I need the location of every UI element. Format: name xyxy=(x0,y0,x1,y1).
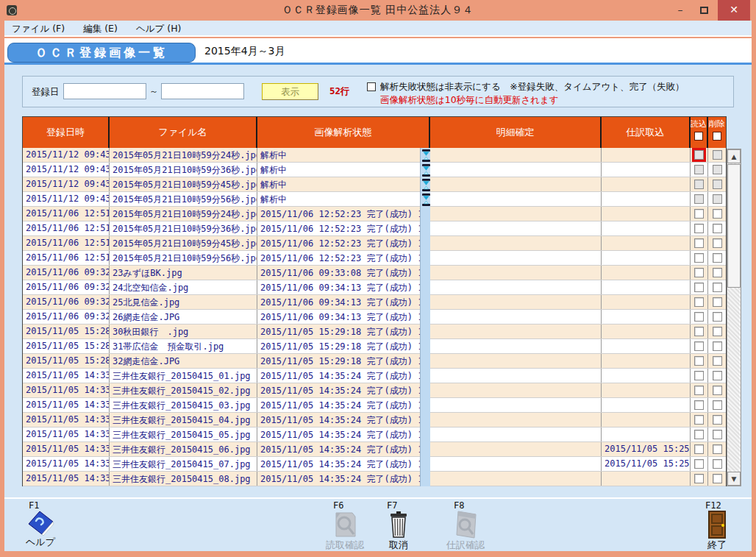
table-row[interactable]: 2015/11/05 15:28:2232網走信金.JPG2015/11/05 … xyxy=(23,354,726,369)
read-checkbox[interactable] xyxy=(694,283,704,292)
delete-checkbox[interactable] xyxy=(713,386,722,395)
read-confirm-button: F6 読取確認 xyxy=(317,500,373,549)
delete-checkbox[interactable] xyxy=(713,283,722,292)
table-row[interactable]: 2015/11/06 12:51:082015年05月21日10時59分36秒.… xyxy=(23,221,726,236)
read-checkbox[interactable] xyxy=(694,459,704,469)
delete-checkbox[interactable] xyxy=(713,474,722,483)
cell-journal-import xyxy=(602,427,691,441)
read-checkbox[interactable] xyxy=(694,209,704,219)
scroll-up-icon[interactable]: ▲ xyxy=(727,149,741,163)
cell-filename: 24北空知信金.jpg xyxy=(110,280,257,294)
table-scrollbar[interactable]: ▲ ▼ xyxy=(727,149,741,486)
minimize-button[interactable]: – xyxy=(669,0,691,21)
table-row[interactable]: 2015/11/06 09:32:5324北空知信金.jpg2015/11/06… xyxy=(23,280,726,295)
maximize-button[interactable] xyxy=(693,0,715,21)
table-row[interactable]: 2015/11/05 14:33:33三井住友銀行_20150415_02.jp… xyxy=(23,383,726,398)
cell-read-checkbox xyxy=(691,177,708,191)
read-checkbox[interactable] xyxy=(694,356,704,366)
date-to-input[interactable] xyxy=(161,83,244,99)
cell-delete-checkbox xyxy=(708,457,726,471)
cell-read-checkbox xyxy=(691,148,708,162)
read-checkbox[interactable] xyxy=(694,444,704,454)
table-row[interactable]: 2015/11/06 09:32:5323みずほBK.jpg2015/11/06… xyxy=(23,266,726,280)
help-button[interactable]: F1 ヘルプ xyxy=(13,500,68,549)
table-row[interactable]: 2015/11/05 15:28:2231帯広信金 預金取引.jpg2015/1… xyxy=(23,339,726,354)
date-from-input[interactable] xyxy=(63,83,146,99)
delete-checkbox[interactable] xyxy=(713,224,722,233)
read-checkbox[interactable] xyxy=(694,415,704,425)
cell-detail-confirm xyxy=(430,413,602,427)
delete-checkbox[interactable] xyxy=(713,209,722,219)
col-header-delete: 削除 xyxy=(708,117,726,148)
table-row[interactable]: 2015/11/12 09:43:302015年05月21日10時59分36秒.… xyxy=(23,163,726,177)
read-checkbox[interactable] xyxy=(694,224,704,233)
table-row[interactable]: 2015/11/06 12:51:082015年05月21日10時59分24秒.… xyxy=(23,207,726,221)
delete-checkbox[interactable] xyxy=(713,253,722,263)
show-button[interactable]: 表示 xyxy=(262,83,318,100)
busy-slot-empty xyxy=(421,369,431,383)
cell-analysis-status: 2015/11/06 09:33:08 完了(成功) 1件 xyxy=(257,266,430,280)
cell-journal-import xyxy=(602,266,691,280)
read-checkbox[interactable] xyxy=(694,268,704,277)
read-checkbox[interactable] xyxy=(694,312,704,322)
delete-checkbox[interactable] xyxy=(713,459,722,469)
maximize-icon xyxy=(700,7,708,14)
delete-select-all-checkbox[interactable] xyxy=(713,132,721,141)
delete-checkbox[interactable] xyxy=(713,371,722,380)
table-row[interactable]: 2015/11/05 14:33:33三井住友銀行_20150415_06.jp… xyxy=(23,442,726,457)
table-row[interactable]: 2015/11/12 09:43:302015年05月21日10時59分45秒.… xyxy=(23,177,726,192)
delete-checkbox[interactable] xyxy=(713,400,722,410)
read-select-all-checkbox[interactable] xyxy=(694,132,703,141)
table-row[interactable]: 2015/11/05 14:33:33三井住友銀行_20150415_05.jp… xyxy=(23,427,726,442)
delete-checkbox[interactable] xyxy=(713,415,722,425)
read-checkbox[interactable] xyxy=(694,386,704,395)
exit-button[interactable]: F12 終了 xyxy=(689,500,745,549)
read-checkbox[interactable] xyxy=(694,253,704,263)
table-row[interactable]: 2015/11/12 09:43:302015年05月21日10時59分24秒.… xyxy=(23,148,726,163)
close-button[interactable]: ✕ xyxy=(718,0,750,21)
read-checkbox[interactable] xyxy=(694,474,704,483)
delete-checkbox[interactable] xyxy=(713,268,722,277)
read-checkbox[interactable] xyxy=(694,400,704,410)
table-row[interactable]: 2015/11/05 14:33:33三井住友銀行_20150415_03.jp… xyxy=(23,398,726,413)
delete-checkbox[interactable] xyxy=(713,238,722,248)
delete-checkbox[interactable] xyxy=(713,356,722,366)
read-checkbox[interactable] xyxy=(694,430,704,439)
read-checkbox[interactable] xyxy=(694,297,704,307)
cell-analysis-status: 2015/11/05 15:29:18 完了(成功) 1件 xyxy=(257,324,430,338)
delete-checkbox[interactable] xyxy=(713,297,722,307)
table-row[interactable]: 2015/11/06 09:32:5325北見信金.jpg2015/11/06 … xyxy=(23,295,726,310)
menu-help[interactable]: ヘルプ (H) xyxy=(129,21,189,35)
read-checkbox[interactable] xyxy=(694,371,704,380)
scrollbar-thumb[interactable] xyxy=(727,164,741,288)
read-checkbox[interactable] xyxy=(694,341,704,351)
table-row[interactable]: 2015/11/05 14:33:33三井住友銀行_20150415_04.jp… xyxy=(23,413,726,427)
table-row[interactable]: 2015/11/06 12:51:082015年05月21日10時59分45秒.… xyxy=(23,236,726,251)
journal-confirm-icon xyxy=(451,511,480,539)
menu-file[interactable]: ファイル (F) xyxy=(4,21,72,35)
delete-checkbox[interactable] xyxy=(713,341,722,351)
table-row[interactable]: 2015/11/05 14:33:33三井住友銀行_20150415_08.jp… xyxy=(23,472,726,486)
read-checkbox[interactable] xyxy=(694,327,704,336)
table-row[interactable]: 2015/11/05 15:28:2230秋田銀行 .jpg2015/11/05… xyxy=(23,324,726,339)
cell-registered: 2015/11/06 09:32:53 xyxy=(23,280,110,294)
cell-registered: 2015/11/05 14:33:33 xyxy=(23,398,110,412)
hide-failed-checkbox[interactable] xyxy=(367,82,376,91)
delete-checkbox[interactable] xyxy=(713,327,722,336)
delete-checkbox[interactable] xyxy=(713,430,722,439)
cancel-button[interactable]: F7 取消 xyxy=(371,500,427,549)
table-row[interactable]: 2015/11/06 12:51:082015年05月21日10時59分56秒.… xyxy=(23,251,726,266)
menu-edit[interactable]: 編集 (E) xyxy=(76,21,125,35)
tab-ocr-image-list[interactable]: ＯＣＲ登録画像一覧 xyxy=(7,43,196,63)
scroll-down-icon[interactable]: ▼ xyxy=(727,472,741,486)
cell-filename: 三井住友銀行_20150415_05.jpg xyxy=(110,427,257,441)
table-row[interactable]: 2015/11/06 09:32:5326網走信金.JPG2015/11/06 … xyxy=(23,310,726,324)
col-header-journal: 仕訳取込 xyxy=(602,117,691,148)
table-row[interactable]: 2015/11/05 14:33:33三井住友銀行_20150415_07.jp… xyxy=(23,457,726,472)
delete-checkbox[interactable] xyxy=(713,444,722,454)
delete-checkbox[interactable] xyxy=(713,312,722,322)
read-checkbox[interactable] xyxy=(694,238,704,248)
table-row[interactable]: 2015/11/05 14:33:33三井住友銀行_20150415_01.jp… xyxy=(23,369,726,383)
table-row[interactable]: 2015/11/12 09:43:302015年05月21日10時59分56秒.… xyxy=(23,192,726,207)
menubar: ファイル (F) 編集 (E) ヘルプ (H) xyxy=(4,21,752,37)
